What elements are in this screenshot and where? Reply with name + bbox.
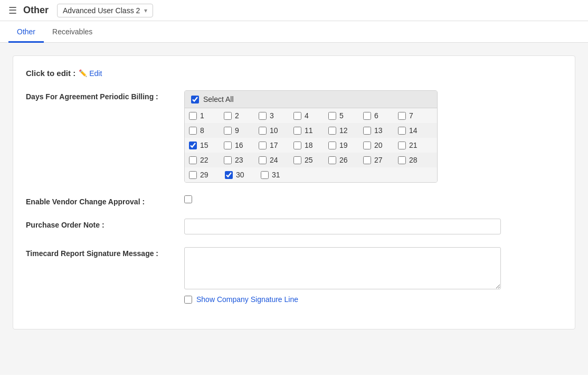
day-cell-20: 20 xyxy=(363,141,398,149)
day-cell-27: 27 xyxy=(363,156,398,164)
day-cell-30: 30 xyxy=(225,171,261,179)
day-4-checkbox[interactable] xyxy=(293,112,301,120)
tab-receivables[interactable]: Receivables xyxy=(44,21,101,43)
day-cell-23: 23 xyxy=(224,156,259,164)
day-31-checkbox[interactable] xyxy=(261,171,269,179)
day-24-checkbox[interactable] xyxy=(259,156,267,164)
show-company-sig-label: Show Company Signature Line xyxy=(196,295,298,304)
days-row-4: 22 23 24 25 xyxy=(185,153,437,167)
day-cell-19: 19 xyxy=(328,141,363,149)
timecard-textarea[interactable] xyxy=(184,247,501,289)
day-13-checkbox[interactable] xyxy=(363,127,371,135)
days-billing-control: Select All 1 2 xyxy=(184,90,562,183)
day-27-checkbox[interactable] xyxy=(363,156,371,164)
day-cell-22: 22 xyxy=(189,156,224,164)
day-cell-16: 16 xyxy=(224,141,259,149)
day-1-checkbox[interactable] xyxy=(189,112,197,120)
day-19-checkbox[interactable] xyxy=(328,142,336,149)
day-2-checkbox[interactable] xyxy=(224,112,232,120)
day-12-checkbox[interactable] xyxy=(328,127,336,135)
select-all-row: Select All xyxy=(185,91,437,108)
day-14-checkbox[interactable] xyxy=(398,127,406,135)
day-29-checkbox[interactable] xyxy=(189,171,197,179)
day-cell-26: 26 xyxy=(328,156,363,164)
menu-icon[interactable]: ☰ xyxy=(8,5,17,16)
days-row-5: 29 30 31 xyxy=(185,167,437,182)
day-11-checkbox[interactable] xyxy=(293,127,301,135)
day-cell-8: 8 xyxy=(189,126,224,135)
day-cell-2: 2 xyxy=(224,111,259,120)
day-17-checkbox[interactable] xyxy=(259,142,267,149)
day-cell-7: 7 xyxy=(398,111,433,120)
days-row-2: 8 9 10 11 xyxy=(185,123,437,138)
select-all-label: Select All xyxy=(203,95,234,103)
day-20-checkbox[interactable] xyxy=(363,142,371,149)
edit-icon: ✏️ xyxy=(79,69,87,77)
day-cell-14: 14 xyxy=(398,126,433,135)
day-cell-11: 11 xyxy=(293,126,328,135)
po-note-control xyxy=(184,219,562,234)
days-row-3: 15 16 17 18 xyxy=(185,138,437,153)
day-30-checkbox[interactable] xyxy=(225,171,233,179)
day-cell-10: 10 xyxy=(259,126,293,135)
day-26-checkbox[interactable] xyxy=(328,156,336,164)
day-cell-4: 4 xyxy=(293,111,328,120)
day-cell-1: 1 xyxy=(189,111,224,120)
vendor-change-checkbox[interactable] xyxy=(184,195,192,203)
day-cell-17: 17 xyxy=(259,141,293,149)
page-title: Other xyxy=(23,5,49,16)
day-6-checkbox[interactable] xyxy=(363,112,371,120)
chevron-down-icon: ▾ xyxy=(144,7,147,14)
show-company-sig-checkbox[interactable] xyxy=(184,296,192,304)
day-10-checkbox[interactable] xyxy=(259,127,267,135)
day-cell-12: 12 xyxy=(328,126,363,135)
day-9-checkbox[interactable] xyxy=(224,127,232,135)
days-billing-row: Days For Agreement Periodic Billing : Se… xyxy=(26,90,562,183)
day-25-checkbox[interactable] xyxy=(293,156,301,164)
day-8-checkbox[interactable] xyxy=(189,127,197,135)
days-grid: Select All 1 2 xyxy=(184,90,438,183)
day-cell-31: 31 xyxy=(261,171,297,179)
edit-link-label: Edit xyxy=(89,69,102,78)
day-cell-6: 6 xyxy=(363,111,398,120)
day-cell-18: 18 xyxy=(293,141,328,149)
day-cell-5: 5 xyxy=(328,111,363,120)
edit-link[interactable]: ✏️ Edit xyxy=(79,69,102,78)
click-to-edit-section: Click to edit : ✏️ Edit xyxy=(26,69,562,78)
day-cell-13: 13 xyxy=(363,126,398,135)
day-cell-24: 24 xyxy=(259,156,293,164)
vendor-change-control xyxy=(184,195,562,205)
day-28-checkbox[interactable] xyxy=(398,156,406,164)
day-cell-15: 15 xyxy=(189,141,224,149)
days-billing-label: Days For Agreement Periodic Billing : xyxy=(26,90,184,101)
vendor-change-label: Enable Vendor Change Approval : xyxy=(26,195,184,206)
day-23-checkbox[interactable] xyxy=(224,156,232,164)
day-7-checkbox[interactable] xyxy=(398,112,406,120)
day-cell-3: 3 xyxy=(259,111,293,120)
class-dropdown[interactable]: Advanced User Class 2 ▾ xyxy=(57,4,153,17)
day-3-checkbox[interactable] xyxy=(259,112,267,120)
form-card: Click to edit : ✏️ Edit Days For Agreeme… xyxy=(13,55,575,329)
day-18-checkbox[interactable] xyxy=(293,142,301,149)
day-5-checkbox[interactable] xyxy=(328,112,336,120)
day-15-checkbox[interactable] xyxy=(189,142,197,149)
click-to-edit-label: Click to edit : xyxy=(26,69,75,78)
po-note-label: Purchase Order Note : xyxy=(26,219,184,229)
day-cell-29: 29 xyxy=(189,171,225,179)
tab-other[interactable]: Other xyxy=(8,21,44,43)
days-row-1: 1 2 3 4 xyxy=(185,108,437,123)
po-note-input[interactable] xyxy=(184,219,501,234)
day-22-checkbox[interactable] xyxy=(189,156,197,164)
day-cell-25: 25 xyxy=(293,156,328,164)
day-cell-9: 9 xyxy=(224,126,259,135)
select-all-checkbox[interactable] xyxy=(191,96,199,103)
timecard-row: Timecard Report Signature Message : Show… xyxy=(26,247,562,304)
show-company-sig-row: Show Company Signature Line xyxy=(184,295,562,304)
main-content: Click to edit : ✏️ Edit Days For Agreeme… xyxy=(0,43,588,375)
day-cell-21: 21 xyxy=(398,141,433,149)
header: ☰ Other Advanced User Class 2 ▾ xyxy=(0,0,588,21)
day-cell-28: 28 xyxy=(398,156,433,164)
day-21-checkbox[interactable] xyxy=(398,142,406,149)
day-16-checkbox[interactable] xyxy=(224,142,232,149)
timecard-control: Show Company Signature Line xyxy=(184,247,562,304)
